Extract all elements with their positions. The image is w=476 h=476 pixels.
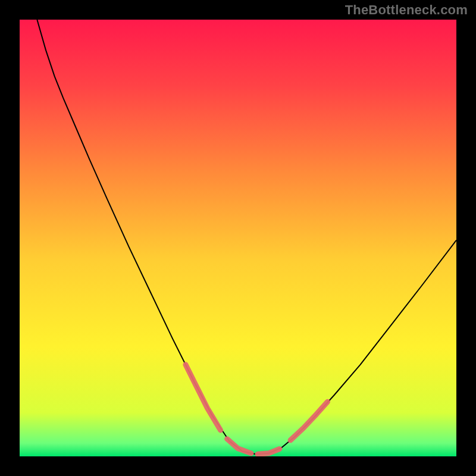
plot-area	[20, 20, 456, 456]
app-frame: TheBottleneck.com	[0, 0, 476, 476]
watermark-text: TheBottleneck.com	[345, 2, 468, 18]
bottleneck-chart	[20, 20, 456, 456]
gradient-background	[20, 20, 456, 456]
